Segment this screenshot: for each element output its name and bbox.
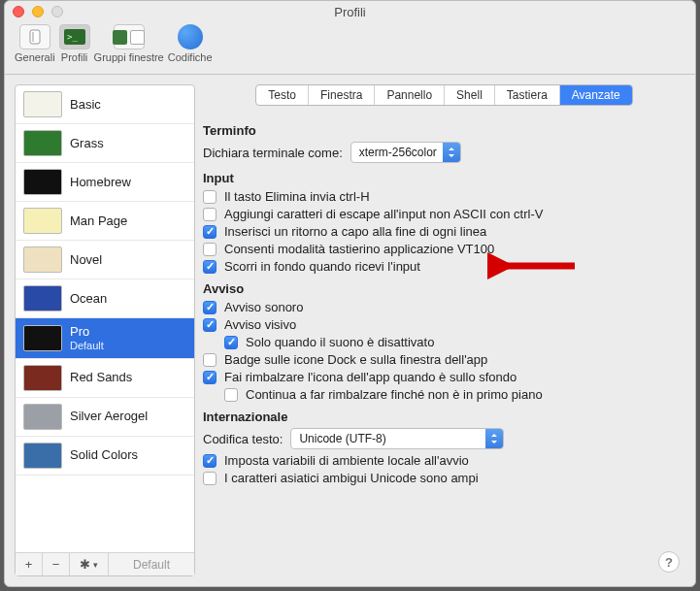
declare-terminal-value: xterm-256color bbox=[359, 146, 437, 159]
tab-finestra[interactable]: Finestra bbox=[309, 85, 375, 105]
sidebar-item-label: Grass bbox=[70, 136, 104, 151]
sidebar-item-label: Pro bbox=[70, 324, 104, 340]
encoding-select[interactable]: Unicode (UTF-8) bbox=[290, 428, 504, 449]
sidebar-item-label: Novel bbox=[70, 252, 102, 268]
avviso-checkbox-1[interactable] bbox=[203, 318, 217, 332]
profile-thumbnail bbox=[23, 325, 62, 351]
terminal-icon: >_ bbox=[59, 24, 90, 49]
toolbar-item-window-groups[interactable]: Gruppi finestre bbox=[94, 24, 164, 63]
remove-button[interactable]: − bbox=[43, 553, 70, 575]
toolbar-item-label: Codifiche bbox=[168, 51, 213, 63]
input-label: Il tasto Elimina invia ctrl-H bbox=[224, 189, 370, 204]
avviso-option: Solo quando il suono è disattivato bbox=[224, 335, 670, 349]
sidebar-item-grass[interactable]: Grass bbox=[16, 124, 194, 163]
toolbar-item-profiles[interactable]: >_ Profili bbox=[59, 24, 90, 63]
profile-tabs: TestoFinestraPannelloShellTastieraAvanza… bbox=[255, 84, 632, 106]
avviso-checkbox-4[interactable] bbox=[203, 371, 217, 384]
toolbar-item-encodings[interactable]: Codifiche bbox=[168, 24, 213, 63]
declare-terminal-label: Dichiara terminale come: bbox=[203, 146, 343, 160]
avviso-label: Fai rimbalzare l'icona dell'app quando è… bbox=[224, 370, 517, 384]
declare-terminal-select[interactable]: xterm-256color bbox=[350, 142, 461, 163]
profiles-list[interactable]: BasicGrassHomebrewMan PageNovelOceanProD… bbox=[16, 85, 194, 552]
profile-thumbnail bbox=[23, 130, 62, 156]
set-default-button[interactable]: Default bbox=[109, 553, 194, 575]
preferences-window: Profili Generali >_ Profili Gruppi fines… bbox=[4, 0, 696, 587]
sidebar-footer: + − ✱ ▾ Default bbox=[16, 552, 194, 575]
window-title: Profili bbox=[5, 5, 695, 19]
section-intl-title: Internazionale bbox=[203, 410, 670, 424]
input-label: Consenti modalità tastierino applicazion… bbox=[224, 242, 494, 256]
sidebar-item-red-sands[interactable]: Red Sands bbox=[16, 359, 194, 398]
sidebar-item-label: Solid Colors bbox=[70, 447, 138, 463]
action-menu[interactable]: ✱ ▾ bbox=[70, 553, 109, 575]
input-label: Scorri in fondo quando ricevi l'input bbox=[224, 259, 420, 274]
avviso-label: Continua a far rimbalzare finché non è i… bbox=[246, 387, 543, 402]
input-checkbox-4[interactable] bbox=[203, 260, 217, 274]
tab-testo[interactable]: Testo bbox=[256, 85, 309, 105]
titlebar: Profili bbox=[5, 1, 695, 22]
intl-label: Imposta variabili di ambiente locale all… bbox=[224, 453, 469, 468]
input-checkbox-1[interactable] bbox=[203, 208, 217, 221]
avviso-option: Continua a far rimbalzare finché non è i… bbox=[224, 387, 670, 402]
encoding-value: Unicode (UTF-8) bbox=[299, 432, 480, 445]
toolbar: Generali >_ Profili Gruppi finestre Codi… bbox=[5, 22, 695, 75]
avviso-label: Avviso sonoro bbox=[224, 300, 303, 314]
profile-thumbnail bbox=[23, 285, 62, 312]
input-option: Consenti modalità tastierino applicazion… bbox=[203, 242, 670, 256]
section-avviso-title: Avviso bbox=[203, 281, 670, 296]
sidebar-item-basic[interactable]: Basic bbox=[16, 85, 194, 124]
toolbar-item-general[interactable]: Generali bbox=[15, 24, 55, 63]
minimize-icon[interactable] bbox=[32, 6, 44, 17]
sidebar-item-man-page[interactable]: Man Page bbox=[16, 202, 194, 241]
profile-thumbnail bbox=[23, 404, 62, 430]
intl-option: I caratteri asiatici ambigui Unicode son… bbox=[203, 471, 670, 485]
profile-thumbnail bbox=[23, 443, 62, 469]
avviso-label: Avviso visivo bbox=[224, 317, 296, 332]
sidebar-item-homebrew[interactable]: Homebrew bbox=[16, 163, 194, 202]
profile-thumbnail bbox=[23, 169, 62, 195]
input-option: Inserisci un ritorno a capo alla fine di… bbox=[203, 224, 670, 239]
section-terminfo-title: Terminfo bbox=[203, 123, 670, 138]
sidebar-item-label: Silver Aerogel bbox=[70, 409, 148, 424]
intl-option: Imposta variabili di ambiente locale all… bbox=[203, 453, 670, 468]
input-label: Aggiungi caratteri di escape all'input n… bbox=[224, 207, 543, 221]
avviso-checkbox-0[interactable] bbox=[203, 301, 217, 314]
tab-shell[interactable]: Shell bbox=[445, 85, 495, 105]
avviso-label: Badge sulle icone Dock e sulla finestra … bbox=[224, 352, 487, 367]
help-button[interactable]: ? bbox=[658, 551, 680, 573]
content: BasicGrassHomebrewMan PageNovelOceanProD… bbox=[5, 75, 695, 586]
avviso-option: Fai rimbalzare l'icona dell'app quando è… bbox=[203, 370, 670, 384]
chevron-down-icon: ▾ bbox=[93, 560, 98, 570]
sidebar-item-label: Red Sands bbox=[70, 370, 132, 385]
tab-pannello[interactable]: Pannello bbox=[375, 85, 445, 105]
tab-avanzate[interactable]: Avanzate bbox=[560, 85, 632, 105]
avviso-checkbox-5[interactable] bbox=[224, 388, 238, 402]
close-icon[interactable] bbox=[13, 6, 24, 17]
sidebar-item-novel[interactable]: Novel bbox=[16, 241, 194, 279]
svg-text:>_: >_ bbox=[67, 32, 78, 42]
sidebar-item-solid-colors[interactable]: Solid Colors bbox=[16, 437, 194, 476]
sidebar-item-pro[interactable]: ProDefault bbox=[16, 318, 194, 359]
input-option: Scorri in fondo quando ricevi l'input bbox=[203, 259, 670, 274]
add-button[interactable]: + bbox=[16, 553, 43, 575]
intl-checkbox-1[interactable] bbox=[203, 472, 217, 485]
sidebar-item-ocean[interactable]: Ocean bbox=[16, 279, 194, 318]
avviso-option: Avviso sonoro bbox=[203, 300, 670, 314]
intl-checkbox-0[interactable] bbox=[203, 454, 217, 468]
avviso-option: Badge sulle icone Dock e sulla finestra … bbox=[203, 352, 670, 367]
input-option: Il tasto Elimina invia ctrl-H bbox=[203, 189, 670, 204]
input-label: Inserisci un ritorno a capo alla fine di… bbox=[224, 224, 486, 239]
section-input-title: Input bbox=[203, 171, 670, 185]
toolbar-item-label: Profili bbox=[61, 51, 88, 63]
sidebar-item-silver-aerogel[interactable]: Silver Aerogel bbox=[16, 398, 194, 437]
tab-tastiera[interactable]: Tastiera bbox=[495, 85, 560, 105]
avviso-checkbox-2[interactable] bbox=[224, 336, 238, 349]
help-icon: ? bbox=[665, 555, 673, 570]
input-checkbox-3[interactable] bbox=[203, 243, 217, 256]
advanced-panel: Terminfo Dichiara terminale come: xterm-… bbox=[203, 112, 685, 576]
input-checkbox-0[interactable] bbox=[203, 190, 217, 204]
zoom-icon bbox=[51, 6, 63, 17]
input-checkbox-2[interactable] bbox=[203, 225, 217, 239]
avviso-checkbox-3[interactable] bbox=[203, 353, 217, 367]
profile-thumbnail bbox=[23, 208, 62, 234]
